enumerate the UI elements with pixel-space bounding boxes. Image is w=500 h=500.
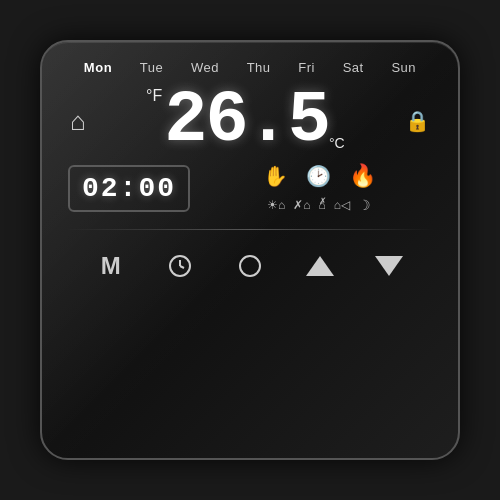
down-arrow-icon: [375, 256, 403, 276]
time-display: 02:00: [68, 165, 190, 212]
away-heat-icon: ✗⌂: [293, 198, 310, 212]
day-mon: Mon: [84, 60, 112, 75]
status-icons-row1: ✋ 🕑 🔥: [263, 163, 376, 189]
circle-button[interactable]: [228, 244, 272, 288]
home-cool-icon: ⌂◁: [334, 198, 350, 212]
flame-icon: 🔥: [349, 163, 376, 189]
day-tue: Tue: [140, 60, 163, 75]
clock-icon: [167, 253, 193, 279]
schedule-clock-icon: 🕑: [306, 164, 331, 188]
svg-point-3: [240, 256, 260, 276]
day-wed: Wed: [191, 60, 219, 75]
celsius-unit: °C: [329, 135, 345, 151]
lock-icon: 🔒: [405, 109, 430, 133]
hand-icon: ✋: [263, 164, 288, 188]
circle-icon: [237, 253, 263, 279]
fahrenheit-unit: °F: [146, 87, 162, 105]
day-thu: Thu: [247, 60, 271, 75]
day-sat: Sat: [343, 60, 364, 75]
day-sun: Sun: [391, 60, 416, 75]
day-fri: Fri: [298, 60, 315, 75]
temperature-value: 26.5: [164, 85, 329, 157]
sun-home-mode-icon: ☀⌂: [267, 198, 285, 212]
temperature-display: °F 26.5 °C: [86, 85, 405, 157]
up-arrow-icon: [306, 256, 334, 276]
mode-button[interactable]: M: [89, 244, 133, 288]
thermostat-device: Mon Tue Wed Thu Fri Sat Sun ⌂ °F 26.5 °C…: [40, 40, 460, 460]
days-row: Mon Tue Wed Thu Fri Sat Sun: [66, 60, 434, 75]
bottom-buttons: M: [66, 240, 434, 288]
up-button[interactable]: [298, 244, 342, 288]
status-icons: ✋ 🕑 🔥 ☀⌂ ✗⌂ ⌂✗ ⌂◁ ☽: [206, 163, 432, 213]
night-moon-icon: ☽: [358, 197, 371, 213]
away-cool-icon: ⌂✗: [319, 198, 326, 212]
divider: [66, 229, 434, 230]
home-icon: ⌂: [70, 108, 86, 134]
middle-section: 02:00 ✋ 🕑 🔥 ☀⌂ ✗⌂ ⌂✗ ⌂◁ ☽: [66, 163, 434, 213]
down-button[interactable]: [367, 244, 411, 288]
status-icons-row2: ☀⌂ ✗⌂ ⌂✗ ⌂◁ ☽: [267, 197, 371, 213]
temperature-section: ⌂ °F 26.5 °C 🔒: [66, 85, 434, 157]
svg-line-2: [180, 266, 184, 268]
clock-button[interactable]: [158, 244, 202, 288]
